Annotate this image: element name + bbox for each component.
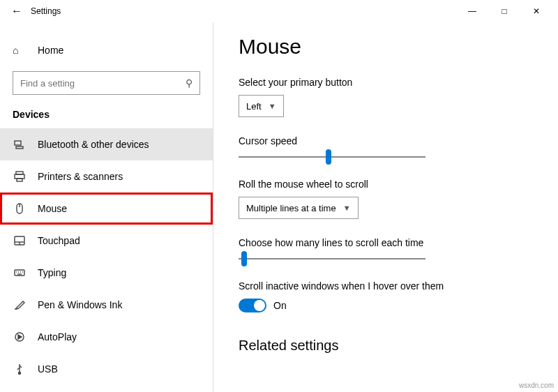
pen-icon — [13, 299, 27, 310]
mouse-icon — [13, 203, 27, 214]
inactive-state: On — [273, 300, 287, 311]
window-title: Settings — [31, 6, 61, 16]
devices-icon — [13, 139, 27, 150]
home-icon: ⌂ — [13, 45, 27, 56]
search-icon: ⚲ — [186, 77, 193, 89]
home-label: Home — [38, 45, 63, 56]
page-title: Mouse — [239, 35, 533, 59]
related-heading: Related settings — [239, 338, 533, 354]
primary-button-dropdown[interactable]: Left ▼ — [239, 95, 284, 117]
inactive-toggle[interactable] — [239, 299, 266, 312]
svg-rect-4 — [17, 179, 22, 181]
chevron-down-icon: ▼ — [269, 102, 276, 110]
usb-icon — [13, 363, 27, 375]
watermark: wsxdn.com — [519, 382, 554, 389]
svg-rect-1 — [16, 146, 23, 149]
primary-button-label: Select your primary button — [239, 77, 533, 88]
svg-rect-3 — [15, 174, 24, 179]
sidebar-item-label: Mouse — [38, 203, 67, 214]
chevron-down-icon: ▼ — [343, 204, 351, 212]
sidebar-item-pen[interactable]: Pen & Windows Ink — [0, 289, 213, 321]
sidebar-item-bluetooth[interactable]: Bluetooth & other devices — [0, 128, 213, 160]
toggle-knob — [254, 300, 265, 311]
sidebar-item-printers[interactable]: Printers & scanners — [0, 160, 213, 193]
sidebar-item-autoplay[interactable]: AutoPlay — [0, 321, 213, 353]
sidebar-item-label: Bluetooth & other devices — [38, 139, 149, 150]
back-button[interactable]: ← — [6, 5, 28, 17]
sidebar-item-label: Touchpad — [38, 235, 80, 246]
minimize-button[interactable]: ― — [456, 0, 488, 22]
sidebar-item-label: USB — [38, 363, 58, 375]
sidebar-item-label: Pen & Windows Ink — [38, 299, 122, 310]
close-button[interactable]: ✕ — [520, 0, 552, 22]
lines-label: Choose how many lines to scroll each tim… — [239, 237, 533, 248]
scroll-wheel-value: Multiple lines at a time — [246, 203, 336, 213]
content: Mouse Select your primary button Left ▼ … — [213, 22, 558, 392]
sidebar-item-usb[interactable]: USB — [0, 353, 213, 385]
svg-rect-0 — [15, 141, 21, 145]
sidebar: ⌂ Home ⚲ Devices Bluetooth & other devic… — [0, 22, 213, 392]
titlebar: ← Settings ― □ ✕ — [0, 0, 558, 22]
svg-point-18 — [19, 372, 21, 375]
sidebar-item-label: AutoPlay — [38, 331, 77, 342]
scroll-wheel-label: Roll the mouse wheel to scroll — [239, 179, 533, 190]
lines-thumb[interactable] — [241, 251, 247, 266]
sidebar-item-label: Printers & scanners — [38, 171, 123, 182]
sidebar-item-mouse[interactable]: Mouse — [0, 193, 213, 225]
primary-button-value: Left — [246, 101, 262, 112]
touchpad-icon — [13, 235, 27, 246]
maximize-button[interactable]: □ — [488, 0, 520, 22]
scroll-wheel-dropdown[interactable]: Multiple lines at a time ▼ — [239, 197, 359, 219]
nav-list: Bluetooth & other devices Printers & sca… — [0, 128, 213, 392]
home-link[interactable]: ⌂ Home — [0, 36, 213, 64]
sidebar-item-touchpad[interactable]: Touchpad — [0, 225, 213, 257]
search-input[interactable] — [20, 73, 186, 93]
search-box[interactable]: ⚲ — [13, 71, 200, 95]
keyboard-icon — [13, 267, 27, 278]
svg-rect-10 — [15, 270, 24, 276]
sidebar-item-label: Typing — [38, 267, 66, 278]
cursor-speed-label: Cursor speed — [239, 135, 533, 146]
section-title: Devices — [13, 109, 200, 120]
cursor-speed-slider[interactable] — [239, 156, 425, 158]
lines-slider[interactable] — [239, 258, 425, 259]
cursor-speed-thumb[interactable] — [326, 149, 331, 165]
printer-icon — [13, 171, 27, 182]
sidebar-item-typing[interactable]: Typing — [0, 257, 213, 289]
inactive-label: Scroll inactive windows when I hover ove… — [239, 280, 533, 292]
autoplay-icon — [13, 331, 27, 342]
